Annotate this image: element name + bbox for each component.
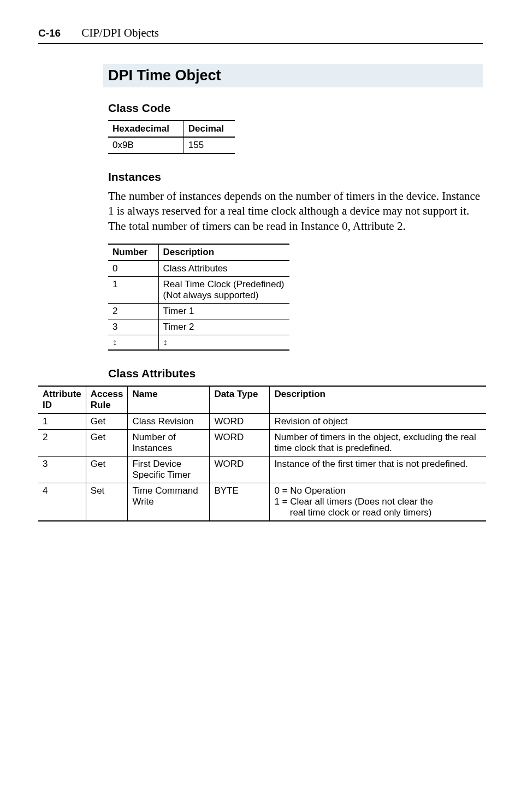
table-row: 0x9B 155 <box>108 137 235 153</box>
col-description: Description <box>270 386 486 413</box>
cell-id: 1 <box>38 413 86 430</box>
table-header-row: Attribute ID Access Rule Name Data Type … <box>38 386 486 413</box>
instances-paragraph: The number of instances depends on the n… <box>108 189 483 234</box>
cell-rule: Get <box>86 429 128 456</box>
table-row: 0 Class Attributes <box>108 260 289 277</box>
cell-desc: Revision of object <box>270 413 486 430</box>
cell-name: First Device Specific Timer <box>128 456 210 483</box>
instances-table: Number Description 0 Class Attributes 1 … <box>108 244 289 351</box>
cell-name: Number of Instances <box>128 429 210 456</box>
col-hex: Hexadecimal <box>108 121 183 137</box>
cell-dec: 155 <box>183 137 235 153</box>
cell-num: 2 <box>108 303 158 319</box>
page-number: C-16 <box>38 27 61 39</box>
cell-name: Class Revision <box>128 413 210 430</box>
cell-rule: Get <box>86 413 128 430</box>
cell-num: 3 <box>108 319 158 335</box>
table-row: 2 Timer 1 <box>108 303 289 319</box>
table-row: 3 Get First Device Specific Timer WORD I… <box>38 456 486 483</box>
col-dec: Decimal <box>183 121 235 137</box>
cell-id: 3 <box>38 456 86 483</box>
cell-num: 0 <box>108 260 158 277</box>
col-description: Description <box>158 244 289 260</box>
instances-heading: Instances <box>108 170 483 183</box>
table-row: 1 Get Class Revision WORD Revision of ob… <box>38 413 486 430</box>
table-row: ↕ ↕ <box>108 335 289 350</box>
cell-dtype: WORD <box>210 413 270 430</box>
section-heading-band: DPI Time Object <box>103 64 483 87</box>
content-area: DPI Time Object Class Code Hexadecimal D… <box>38 64 483 521</box>
table-header-row: Hexadecimal Decimal <box>108 121 235 137</box>
cell-num: 1 <box>108 276 158 303</box>
cell-desc: Timer 1 <box>158 303 289 319</box>
cell-desc: Instance of the first timer that is not … <box>270 456 486 483</box>
cell-num: ↕ <box>108 335 158 350</box>
col-number: Number <box>108 244 158 260</box>
section-heading: DPI Time Object <box>108 67 477 84</box>
cell-desc: Timer 2 <box>158 319 289 335</box>
cell-desc: ↕ <box>158 335 289 350</box>
table-row: 1 Real Time Clock (Predefined) (Not alwa… <box>108 276 289 303</box>
col-data-type: Data Type <box>210 386 270 413</box>
table-row: 4 Set Time Command Write BYTE 0 = No Ope… <box>38 483 486 521</box>
col-attr-id: Attribute ID <box>38 386 86 413</box>
class-code-table: Hexadecimal Decimal 0x9B 155 <box>108 120 235 154</box>
table-row: 3 Timer 2 <box>108 319 289 335</box>
cell-desc: Number of timers in the object, excludin… <box>270 429 486 456</box>
class-attributes-heading: Class Attributes <box>108 367 483 380</box>
cell-dtype: BYTE <box>210 483 270 521</box>
table-row: 2 Get Number of Instances WORD Number of… <box>38 429 486 456</box>
cell-dtype: WORD <box>210 456 270 483</box>
cell-desc: Class Attributes <box>158 260 289 277</box>
col-access-rule: Access Rule <box>86 386 128 413</box>
cell-desc: 0 = No Operation 1 = Clear all timers (D… <box>270 483 486 521</box>
cell-rule: Get <box>86 456 128 483</box>
cell-id: 2 <box>38 429 86 456</box>
class-code-heading: Class Code <box>108 102 483 115</box>
cell-name: Time Command Write <box>128 483 210 521</box>
cell-desc: Real Time Clock (Predefined) (Not always… <box>158 276 289 303</box>
table-header-row: Number Description <box>108 244 289 260</box>
page-header: C-16 CIP/DPI Objects <box>38 26 483 44</box>
col-name: Name <box>128 386 210 413</box>
cell-rule: Set <box>86 483 128 521</box>
class-attributes-table: Attribute ID Access Rule Name Data Type … <box>38 386 486 521</box>
cell-id: 4 <box>38 483 86 521</box>
cell-hex: 0x9B <box>108 137 183 153</box>
cell-dtype: WORD <box>210 429 270 456</box>
page-title: CIP/DPI Objects <box>81 26 159 40</box>
